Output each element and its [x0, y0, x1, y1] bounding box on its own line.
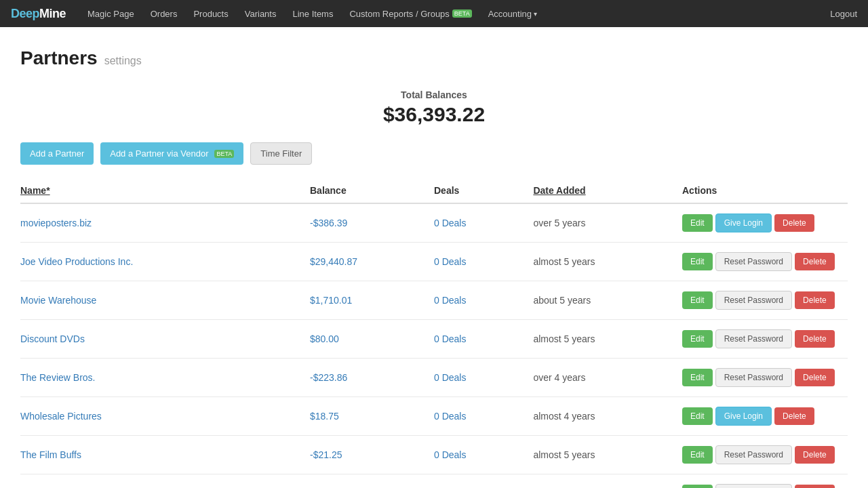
partner-actions: EditGive LoginDelete	[682, 203, 848, 243]
logout-button[interactable]: Logout	[830, 9, 857, 19]
delete-button[interactable]: Delete	[795, 369, 835, 386]
partner-balance: $29,440.87	[310, 243, 434, 281]
reset-password-button[interactable]: Reset Password	[715, 484, 792, 488]
table-row: The Review Bros.-$223.860 Dealsover 4 ye…	[20, 359, 848, 397]
delete-button[interactable]: Delete	[774, 214, 814, 232]
app-logo: DeepMine	[11, 7, 66, 21]
main-content: Partners settings Total Balances $36,393…	[0, 27, 868, 488]
delete-button[interactable]: Delete	[795, 446, 835, 464]
add-partner-via-vendor-button[interactable]: Add a Partner via Vendor BETA	[100, 142, 243, 165]
time-filter-button[interactable]: Time Filter	[250, 142, 312, 165]
partner-date-added: almost 5 years	[533, 474, 682, 489]
nav-line-items[interactable]: Line Items	[284, 0, 341, 27]
table-row: United Directors$0.000 Dealsalmost 5 yea…	[20, 474, 848, 489]
partner-balance: $18.75	[310, 397, 434, 436]
delete-button[interactable]: Delete	[795, 253, 835, 270]
col-header-name[interactable]: Name*	[20, 178, 310, 203]
partner-date-added: about 5 years	[533, 281, 682, 320]
table-body: movieposters.biz-$386.390 Dealsover 5 ye…	[20, 203, 848, 488]
partner-actions: EditGive LoginDelete	[682, 397, 848, 436]
partner-actions: EditReset PasswordDelete	[682, 359, 848, 397]
edit-button[interactable]: Edit	[682, 485, 713, 488]
partner-actions: EditReset PasswordDelete	[682, 281, 848, 320]
partners-table: Name* Balance Deals Date Added Actions m…	[20, 178, 848, 488]
page-title: Partners	[20, 47, 98, 69]
page-subtitle: settings	[104, 55, 142, 67]
partner-name-link[interactable]: Movie Warehouse	[20, 295, 96, 306]
table-row: movieposters.biz-$386.390 Dealsover 5 ye…	[20, 203, 848, 243]
partner-name-link[interactable]: The Film Buffs	[20, 449, 81, 460]
table-row: Movie Warehouse$1,710.010 Dealsabout 5 y…	[20, 281, 848, 320]
edit-button[interactable]: Edit	[682, 407, 713, 425]
col-header-deals: Deals	[434, 178, 533, 203]
edit-button[interactable]: Edit	[682, 369, 713, 386]
partner-deals[interactable]: 0 Deals	[434, 372, 466, 383]
reset-password-button[interactable]: Reset Password	[715, 329, 792, 348]
partner-deals[interactable]: 0 Deals	[434, 295, 466, 306]
reset-password-button[interactable]: Reset Password	[715, 252, 792, 271]
nav-variants[interactable]: Variants	[237, 0, 285, 27]
partner-deals[interactable]: 0 Deals	[434, 411, 466, 422]
edit-button[interactable]: Edit	[682, 446, 713, 464]
total-label: Total Balances	[20, 89, 848, 100]
vendor-beta-badge: BETA	[214, 150, 234, 158]
give-login-button[interactable]: Give Login	[715, 214, 772, 232]
partner-name-link[interactable]: Joe Video Productions Inc.	[20, 256, 133, 267]
edit-button[interactable]: Edit	[682, 291, 713, 309]
partner-date-added: almost 5 years	[533, 243, 682, 281]
reset-password-button[interactable]: Reset Password	[715, 291, 792, 310]
partner-actions: EditReset PasswordDelete	[682, 320, 848, 359]
give-login-button[interactable]: Give Login	[715, 407, 772, 426]
page-header: Partners settings	[20, 47, 848, 69]
nav-products[interactable]: Products	[185, 0, 236, 27]
partner-date-added: almost 4 years	[533, 397, 682, 436]
partner-balance: $80.00	[310, 320, 434, 359]
delete-button[interactable]: Delete	[795, 485, 835, 488]
partner-date-added: over 5 years	[533, 203, 682, 243]
delete-button[interactable]: Delete	[774, 407, 814, 425]
partner-actions: EditReset PasswordDelete	[682, 436, 848, 474]
partner-actions: EditReset PasswordDelete	[682, 474, 848, 489]
table-row: Discount DVDs$80.000 Dealsalmost 5 years…	[20, 320, 848, 359]
col-header-balance: Balance	[310, 178, 434, 203]
col-header-date[interactable]: Date Added	[533, 178, 682, 203]
reset-password-button[interactable]: Reset Password	[715, 445, 792, 464]
partner-name-link[interactable]: movieposters.biz	[20, 218, 92, 228]
partner-name-link[interactable]: Discount DVDs	[20, 333, 85, 344]
main-nav: DeepMine Magic Page Orders Products Vari…	[0, 0, 868, 27]
partner-deals[interactable]: 0 Deals	[434, 333, 466, 344]
delete-button[interactable]: Delete	[795, 330, 835, 348]
table-row: Joe Video Productions Inc.$29,440.870 De…	[20, 243, 848, 281]
edit-button[interactable]: Edit	[682, 330, 713, 348]
nav-accounting[interactable]: Accounting ▾	[480, 0, 545, 27]
partner-balance: -$386.39	[310, 203, 434, 243]
partner-balance: $1,710.01	[310, 281, 434, 320]
table-row: The Film Buffs-$21.250 Dealsalmost 5 yea…	[20, 436, 848, 474]
add-partner-button[interactable]: Add a Partner	[20, 142, 94, 165]
edit-button[interactable]: Edit	[682, 214, 713, 232]
partner-date-added: almost 5 years	[533, 436, 682, 474]
partner-date-added: over 4 years	[533, 359, 682, 397]
nav-magic-page[interactable]: Magic Page	[79, 0, 142, 27]
accounting-dropdown-arrow: ▾	[534, 10, 537, 18]
partner-actions: EditReset PasswordDelete	[682, 243, 848, 281]
partner-name-link[interactable]: Wholesale Pictures	[20, 411, 102, 422]
col-header-actions: Actions	[682, 178, 848, 203]
total-balances-section: Total Balances $36,393.22	[20, 89, 848, 126]
delete-button[interactable]: Delete	[795, 291, 835, 309]
table-header: Name* Balance Deals Date Added Actions	[20, 178, 848, 203]
nav-custom-reports[interactable]: Custom Reports / GroupsBETA	[341, 0, 479, 27]
beta-badge: BETA	[452, 9, 472, 18]
partner-date-added: almost 5 years	[533, 320, 682, 359]
action-buttons-row: Add a Partner Add a Partner via Vendor B…	[20, 142, 848, 165]
partner-deals[interactable]: 0 Deals	[434, 218, 466, 228]
partner-name-link[interactable]: The Review Bros.	[20, 372, 95, 383]
table-row: Wholesale Pictures$18.750 Dealsalmost 4 …	[20, 397, 848, 436]
nav-orders[interactable]: Orders	[142, 0, 186, 27]
partner-balance: -$223.86	[310, 359, 434, 397]
partner-balance: -$21.25	[310, 436, 434, 474]
reset-password-button[interactable]: Reset Password	[715, 368, 792, 387]
partner-deals[interactable]: 0 Deals	[434, 449, 466, 460]
partner-deals[interactable]: 0 Deals	[434, 256, 466, 267]
edit-button[interactable]: Edit	[682, 253, 713, 270]
